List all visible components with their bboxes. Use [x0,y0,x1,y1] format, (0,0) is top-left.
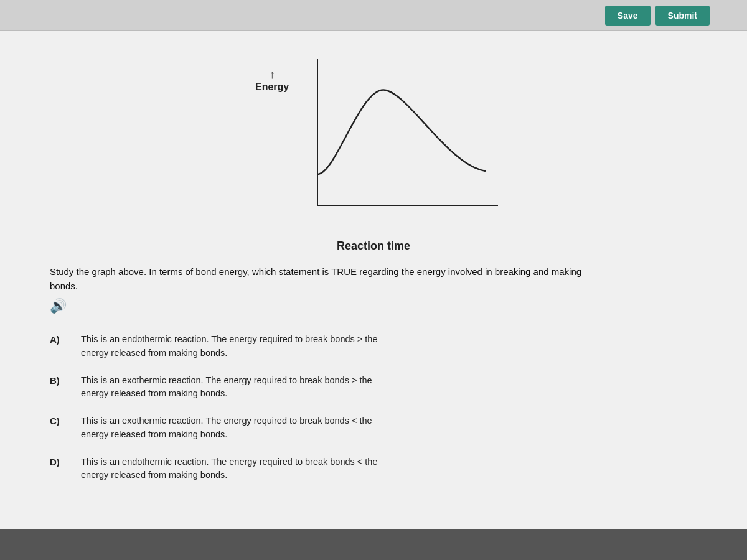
option-d-line1: This is an endothermic reaction. The ene… [81,457,378,467]
option-label-c: C) [50,414,68,426]
option-a-line1: This is an endothermic reaction. The ene… [81,334,378,344]
option-text-a[interactable]: This is an endothermic reaction. The ene… [81,333,378,360]
option-a-line2: energy released from making bonds. [81,348,227,358]
option-row-d: D) This is an endothermic reaction. The … [50,455,697,483]
submit-button[interactable]: Submit [655,6,710,26]
option-row-b: B) This is an exothermic reaction. The e… [50,374,697,401]
x-axis-label: Reaction time [337,240,410,253]
option-text-b[interactable]: This is an exothermic reaction. The ener… [81,374,372,401]
option-row-a: A) This is an endothermic reaction. The … [50,333,697,360]
option-c-line2: energy released from making bonds. [81,429,227,439]
option-label-a: A) [50,333,68,345]
audio-button[interactable]: 🔊 [50,298,67,314]
option-label-d: D) [50,455,68,467]
option-b-line2: energy released from making bonds. [81,388,227,398]
options-container: A) This is an endothermic reaction. The … [50,333,697,482]
option-text-d[interactable]: This is an endothermic reaction. The ene… [81,455,378,483]
graph-svg-wrap: ↑ Energy [243,50,504,236]
top-bar: Save Submit [0,0,747,31]
main-content: ↑ Energy Reaction time Study the graph a… [0,31,747,529]
save-button[interactable]: Save [605,6,651,26]
option-label-b: B) [50,374,68,386]
option-row-c: C) This is an exothermic reaction. The e… [50,414,697,442]
option-text-c[interactable]: This is an exothermic reaction. The ener… [81,414,372,442]
option-d-line2: energy released from making bonds. [81,470,227,480]
energy-graph-svg [243,50,504,230]
option-c-line1: This is an exothermic reaction. The ener… [81,416,372,426]
graph-container: ↑ Energy Reaction time [50,50,697,253]
bottom-bar [0,529,747,560]
option-b-line1: This is an exothermic reaction. The ener… [81,375,372,385]
question-text: Study the graph above. In terms of bond … [50,265,610,293]
